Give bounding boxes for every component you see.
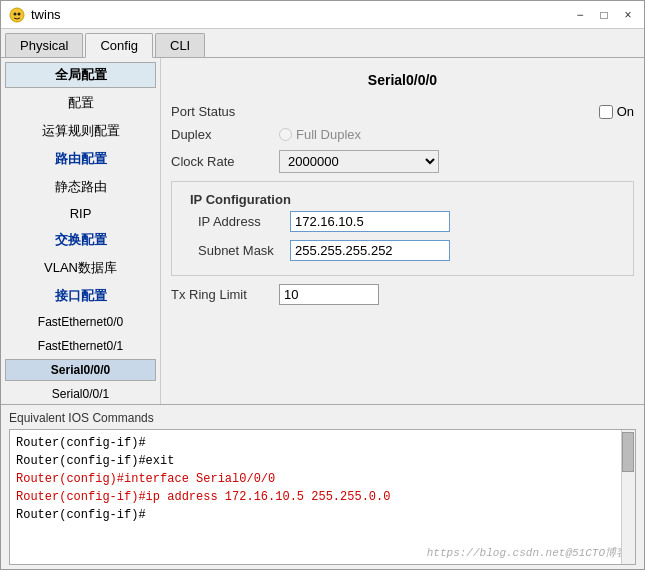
console-scrollbar[interactable] bbox=[621, 430, 635, 564]
sidebar-item-serial001[interactable]: Serial0/0/1 bbox=[5, 383, 156, 404]
title-bar-left: twins bbox=[9, 7, 61, 23]
port-status-checkbox-container: On bbox=[599, 104, 634, 119]
main-content: 全局配置 配置 运算规则配置 路由配置 静态路由 RIP 交换配置 VLAN数据… bbox=[1, 58, 644, 404]
console-line-3: Router(config)#interface Serial0/0/0 bbox=[16, 470, 629, 488]
duplex-radio[interactable] bbox=[279, 128, 292, 141]
sidebar-item-fastethernet01[interactable]: FastEthernet0/1 bbox=[5, 335, 156, 357]
app-icon bbox=[9, 7, 25, 23]
svg-point-1 bbox=[14, 12, 17, 15]
minimize-button[interactable]: − bbox=[572, 7, 588, 23]
port-on-label: On bbox=[617, 104, 634, 119]
tab-config[interactable]: Config bbox=[85, 33, 153, 58]
title-bar: twins − □ × bbox=[1, 1, 644, 29]
close-button[interactable]: × bbox=[620, 7, 636, 23]
console-area[interactable]: Router(config-if)# Router(config-if)#exi… bbox=[9, 429, 636, 565]
window-title: twins bbox=[31, 7, 61, 22]
clock-rate-label: Clock Rate bbox=[171, 154, 271, 169]
duplex-label: Duplex bbox=[171, 127, 271, 142]
ip-address-label: IP Address bbox=[182, 214, 282, 229]
console-line-5: Router(config-if)# bbox=[16, 506, 629, 524]
maximize-button[interactable]: □ bbox=[596, 7, 612, 23]
duplex-radio-label: Full Duplex bbox=[279, 127, 361, 142]
svg-point-2 bbox=[18, 12, 21, 15]
title-bar-controls: − □ × bbox=[572, 7, 636, 23]
sidebar-item-route-config[interactable]: 路由配置 bbox=[5, 146, 156, 172]
panel-title: Serial0/0/0 bbox=[171, 68, 634, 92]
duplex-row: Duplex Full Duplex bbox=[171, 127, 634, 142]
svg-point-0 bbox=[10, 8, 24, 22]
subnet-mask-input[interactable] bbox=[290, 240, 450, 261]
port-status-label: Port Status bbox=[171, 104, 271, 119]
main-window: twins − □ × Physical Config CLI 全局配置 配置 … bbox=[0, 0, 645, 570]
console-line-4: Router(config-if)#ip address 172.16.10.5… bbox=[16, 488, 629, 506]
console-line-1: Router(config-if)# bbox=[16, 434, 629, 452]
ip-config-label: IP Configuration bbox=[182, 188, 623, 211]
ip-address-input[interactable] bbox=[290, 211, 450, 232]
tab-cli[interactable]: CLI bbox=[155, 33, 205, 57]
port-status-row: Port Status On bbox=[171, 104, 634, 119]
sidebar-item-serial000[interactable]: Serial0/0/0 bbox=[5, 359, 156, 381]
sidebar-item-fastethernet00[interactable]: FastEthernet0/0 bbox=[5, 311, 156, 333]
ip-config-section: IP Configuration IP Address Subnet Mask bbox=[171, 181, 634, 276]
sidebar-item-switch-config[interactable]: 交换配置 bbox=[5, 227, 156, 253]
subnet-mask-row: Subnet Mask bbox=[182, 240, 623, 261]
sidebar-item-rip[interactable]: RIP bbox=[5, 202, 156, 225]
port-on-checkbox[interactable] bbox=[599, 105, 613, 119]
sidebar: 全局配置 配置 运算规则配置 路由配置 静态路由 RIP 交换配置 VLAN数据… bbox=[1, 58, 161, 404]
watermark: https://blog.csdn.net@51CTO博客 bbox=[427, 545, 627, 560]
clock-rate-row: Clock Rate 2000000 1000000 500000 125000… bbox=[171, 150, 634, 173]
clock-rate-select[interactable]: 2000000 1000000 500000 125000 64000 bbox=[279, 150, 439, 173]
sidebar-item-static-route[interactable]: 静态路由 bbox=[5, 174, 156, 200]
sidebar-item-config[interactable]: 配置 bbox=[5, 90, 156, 116]
sidebar-item-global-config[interactable]: 全局配置 bbox=[5, 62, 156, 88]
tab-physical[interactable]: Physical bbox=[5, 33, 83, 57]
right-panel: Serial0/0/0 Port Status On Duplex Full D… bbox=[161, 58, 644, 404]
equivalent-commands-label: Equivalent IOS Commands bbox=[9, 411, 636, 425]
console-scrollbar-thumb[interactable] bbox=[622, 432, 634, 472]
tx-ring-row: Tx Ring Limit bbox=[171, 284, 634, 305]
bottom-section: Equivalent IOS Commands Router(config-if… bbox=[1, 404, 644, 569]
tab-bar: Physical Config CLI bbox=[1, 29, 644, 58]
console-line-2: Router(config-if)#exit bbox=[16, 452, 629, 470]
duplex-value: Full Duplex bbox=[296, 127, 361, 142]
tx-ring-label: Tx Ring Limit bbox=[171, 287, 271, 302]
tx-ring-input[interactable] bbox=[279, 284, 379, 305]
sidebar-item-vlan[interactable]: VLAN数据库 bbox=[5, 255, 156, 281]
sidebar-item-interface-config[interactable]: 接口配置 bbox=[5, 283, 156, 309]
sidebar-item-routing-rules[interactable]: 运算规则配置 bbox=[5, 118, 156, 144]
subnet-mask-label: Subnet Mask bbox=[182, 243, 282, 258]
ip-address-row: IP Address bbox=[182, 211, 623, 232]
